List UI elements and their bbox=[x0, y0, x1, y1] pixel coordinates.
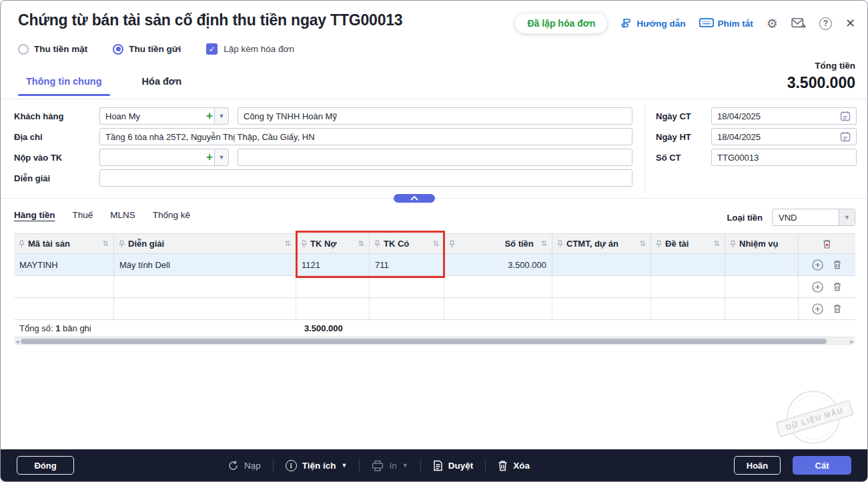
cell-empty[interactable] bbox=[14, 298, 114, 319]
sort-icon[interactable]: ⇅ bbox=[433, 239, 439, 248]
table-row[interactable]: MAYTINH Máy tính Dell 1121 711 3.500.000 bbox=[14, 254, 855, 276]
delete-all-icon[interactable] bbox=[822, 239, 832, 249]
cell-task[interactable] bbox=[725, 254, 799, 275]
pin-icon[interactable] bbox=[730, 240, 736, 248]
account-name-input[interactable] bbox=[238, 149, 632, 166]
radio-cash[interactable]: Thu tiền mặt bbox=[18, 44, 87, 55]
cell-empty[interactable] bbox=[651, 276, 725, 297]
pin-icon[interactable] bbox=[119, 240, 125, 248]
radio-cash-circle[interactable] bbox=[18, 44, 29, 55]
tab-general-info[interactable]: Thông tin chung bbox=[18, 72, 110, 96]
scroll-right-arrow[interactable]: ▶ bbox=[851, 339, 854, 345]
table-row-empty[interactable] bbox=[14, 298, 855, 320]
cell-empty[interactable] bbox=[552, 298, 651, 319]
cell-empty[interactable] bbox=[444, 298, 552, 319]
invoice-checkbox-item[interactable]: ✓ Lập kèm hóa đơn bbox=[206, 43, 294, 55]
cell-empty[interactable] bbox=[370, 276, 444, 297]
address-input[interactable] bbox=[99, 128, 632, 145]
cell-empty[interactable] bbox=[552, 276, 651, 297]
tab-items[interactable]: Hàng tiền bbox=[14, 210, 55, 221]
reload-button[interactable]: Nạp bbox=[228, 460, 261, 471]
cell-amount[interactable]: 3.500.000 bbox=[444, 254, 552, 275]
sort-icon[interactable]: ⇅ bbox=[541, 239, 547, 248]
sort-icon[interactable]: ⇅ bbox=[103, 239, 109, 248]
shortcut-link[interactable]: Phím tắt bbox=[699, 17, 753, 30]
guide-link[interactable]: Hướng dẫn bbox=[620, 17, 685, 29]
add-row-icon[interactable] bbox=[812, 259, 823, 271]
customer-code-input[interactable] bbox=[99, 107, 214, 125]
cell-project[interactable] bbox=[552, 254, 651, 275]
add-account-icon[interactable]: + bbox=[206, 151, 213, 164]
cell-credit[interactable]: 711 bbox=[370, 254, 444, 275]
cell-empty[interactable] bbox=[296, 276, 370, 297]
cell-topic[interactable] bbox=[651, 254, 725, 275]
add-customer-icon[interactable]: + bbox=[206, 109, 213, 123]
col-label: TK Nợ bbox=[310, 239, 337, 249]
doc-date-calendar-icon[interactable] bbox=[840, 111, 851, 121]
tabs-divider bbox=[1, 99, 867, 99]
route-icon bbox=[620, 17, 632, 29]
sort-icon[interactable]: ⇅ bbox=[285, 239, 291, 248]
cell-debit[interactable]: 1121 bbox=[296, 254, 370, 275]
posting-date-calendar-icon[interactable] bbox=[840, 131, 851, 142]
delete-row-icon[interactable] bbox=[833, 281, 842, 292]
approve-button[interactable]: Duyệt bbox=[433, 460, 474, 471]
cell-asset-code[interactable]: MAYTINH bbox=[14, 254, 114, 275]
doc-date-input[interactable] bbox=[711, 107, 857, 125]
close-button[interactable]: Đóng bbox=[17, 456, 74, 475]
sort-icon[interactable]: ⇅ bbox=[358, 239, 364, 248]
sort-icon[interactable]: ⇅ bbox=[714, 239, 720, 248]
cell-empty[interactable] bbox=[296, 298, 370, 319]
tab-invoice[interactable]: Hóa đơn bbox=[134, 72, 189, 96]
cell-empty[interactable] bbox=[14, 276, 114, 297]
posting-date-input[interactable] bbox=[711, 128, 857, 145]
currency-caret-icon[interactable]: ▼ bbox=[839, 209, 855, 225]
radio-bank[interactable]: Thu tiền gửi bbox=[113, 44, 181, 55]
cell-empty[interactable] bbox=[725, 276, 799, 297]
add-row-icon[interactable] bbox=[812, 281, 823, 293]
customer-name-input[interactable] bbox=[238, 107, 632, 125]
cell-empty[interactable] bbox=[725, 298, 799, 319]
tab-tax[interactable]: Thuế bbox=[73, 210, 93, 221]
pin-icon[interactable] bbox=[301, 240, 307, 248]
customer-dropdown-button[interactable]: ▼ bbox=[214, 107, 229, 125]
print-button[interactable]: In ▼ bbox=[372, 460, 408, 471]
cell-empty[interactable] bbox=[114, 298, 296, 319]
tab-mlns[interactable]: MLNS bbox=[110, 210, 135, 221]
currency-select[interactable]: VND ▼ bbox=[772, 209, 855, 226]
pin-icon[interactable] bbox=[656, 240, 662, 248]
tab-statistics[interactable]: Thống kê bbox=[153, 210, 190, 221]
horizontal-scrollbar[interactable]: ◀ ▶ bbox=[14, 337, 855, 345]
utilities-button[interactable]: ⋮ Tiện ích ▼ bbox=[286, 460, 348, 471]
cell-description[interactable]: Máy tính Dell bbox=[114, 254, 296, 275]
cell-empty[interactable] bbox=[444, 276, 552, 297]
feedback-mail-icon[interactable] bbox=[791, 17, 806, 29]
account-code-input[interactable] bbox=[99, 149, 214, 166]
description-input[interactable] bbox=[99, 169, 632, 187]
save-button[interactable]: Cất bbox=[793, 456, 851, 475]
scrollbar-thumb[interactable] bbox=[21, 339, 827, 344]
close-icon[interactable]: ✕ bbox=[845, 16, 855, 31]
add-row-icon[interactable] bbox=[812, 303, 823, 315]
help-icon[interactable]: ? bbox=[819, 17, 832, 30]
sort-icon[interactable]: ⇅ bbox=[640, 239, 646, 248]
delete-button[interactable]: Xóa bbox=[498, 460, 530, 471]
settings-gear-icon[interactable]: ⚙ bbox=[767, 16, 778, 31]
delete-row-icon[interactable] bbox=[833, 259, 842, 270]
checkbox-checked-icon[interactable]: ✓ bbox=[206, 43, 218, 55]
postpone-button[interactable]: Hoãn bbox=[734, 456, 781, 475]
collapse-button[interactable] bbox=[394, 194, 435, 203]
account-dropdown-button[interactable]: ▼ bbox=[214, 149, 229, 166]
pin-icon[interactable] bbox=[449, 240, 455, 248]
table-row-empty[interactable] bbox=[14, 276, 855, 298]
scroll-left-arrow[interactable]: ◀ bbox=[15, 339, 19, 345]
delete-row-icon[interactable] bbox=[833, 303, 842, 314]
cell-empty[interactable] bbox=[370, 298, 444, 319]
pin-icon[interactable] bbox=[374, 240, 380, 248]
cell-empty[interactable] bbox=[114, 276, 296, 297]
doc-no-input[interactable] bbox=[711, 149, 857, 166]
pin-icon[interactable] bbox=[557, 240, 563, 248]
cell-empty[interactable] bbox=[651, 298, 725, 319]
radio-bank-circle[interactable] bbox=[113, 44, 123, 55]
pin-icon[interactable] bbox=[19, 240, 25, 248]
